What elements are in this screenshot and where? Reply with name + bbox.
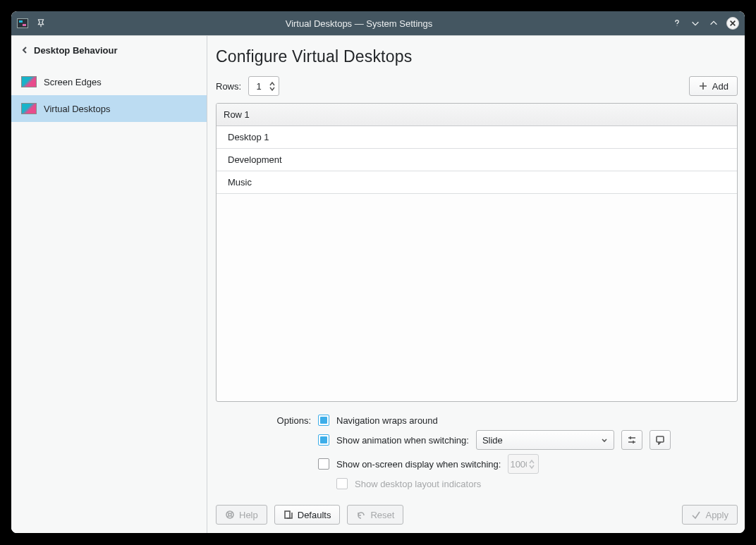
sidebar-item-screen-edges[interactable]: Screen Edges (11, 68, 207, 95)
sidebar-back-label: Desktop Behaviour (34, 45, 117, 56)
window: Virtual Desktops — System Settings Deskt… (11, 11, 745, 533)
sidebar-back-button[interactable]: Desktop Behaviour (11, 36, 207, 64)
chevron-down-icon[interactable] (690, 18, 701, 29)
help-lifebuoy-icon (225, 510, 235, 520)
sidebar-item-label: Screen Edges (44, 77, 102, 87)
show-osd-label: Show on-screen display when switching: (336, 459, 501, 470)
apply-button[interactable]: Apply (682, 505, 738, 525)
rows-value[interactable] (249, 81, 269, 92)
desktops-table: Row 1 Desktop 1 Development Music (216, 103, 738, 402)
table-row[interactable]: Music (217, 171, 737, 194)
sidebar-item-label: Virtual Desktops (44, 104, 110, 114)
osd-duration-spinbox (508, 454, 539, 474)
spin-arrows (528, 460, 538, 469)
rows-toolbar: Rows: Add (216, 76, 738, 96)
help-button[interactable]: Help (216, 505, 267, 525)
window-body: Desktop Behaviour Screen Edges Virtual D… (11, 35, 745, 533)
pin-icon[interactable] (35, 18, 47, 29)
footer: Help Defaults Reset (216, 505, 738, 525)
defaults-icon (284, 510, 293, 520)
table-header: Row 1 (217, 104, 737, 126)
help-button-label: Help (239, 510, 258, 520)
animation-select-value: Slide (482, 435, 503, 446)
close-button[interactable] (726, 17, 739, 30)
chevron-up-icon[interactable] (708, 18, 719, 29)
page-title: Configure Virtual Desktops (216, 43, 738, 76)
table-row[interactable]: Desktop 1 (217, 126, 737, 149)
check-icon (691, 510, 701, 520)
screen-edges-icon (21, 76, 37, 87)
svg-rect-0 (657, 436, 664, 442)
table-row[interactable]: Development (217, 149, 737, 171)
animation-select[interactable]: Slide (476, 430, 614, 450)
rows-spinbox[interactable] (248, 76, 279, 96)
titlebar: Virtual Desktops — System Settings (11, 11, 745, 35)
add-button-label: Add (712, 81, 728, 92)
app-icon (17, 18, 28, 29)
svg-point-2 (228, 513, 231, 516)
checkbox-show-animation[interactable] (318, 434, 329, 446)
sidebar-list: Screen Edges Virtual Desktops (11, 64, 207, 122)
svg-rect-3 (285, 511, 290, 518)
add-button[interactable]: Add (689, 76, 738, 96)
defaults-button[interactable]: Defaults (274, 505, 341, 525)
content: Configure Virtual Desktops Rows: Add (207, 36, 745, 533)
osd-duration-value (508, 459, 528, 470)
rows-label: Rows: (216, 81, 241, 92)
help-icon[interactable] (671, 18, 683, 29)
layout-indicators-label: Show desktop layout indicators (355, 479, 481, 489)
checkbox-layout-indicators (336, 478, 348, 489)
nav-wraps-label: Navigation wraps around (336, 415, 438, 426)
animation-info-button[interactable] (650, 430, 671, 450)
sidebar-item-virtual-desktops[interactable]: Virtual Desktops (11, 95, 207, 122)
window-title: Virtual Desktops — System Settings (47, 18, 671, 29)
virtual-desktops-icon (21, 103, 37, 114)
undo-icon (356, 510, 366, 520)
spin-arrows[interactable] (269, 82, 279, 91)
defaults-button-label: Defaults (298, 510, 331, 520)
apply-button-label: Apply (705, 510, 728, 520)
animation-configure-button[interactable] (621, 430, 642, 450)
checkbox-nav-wraps[interactable] (318, 415, 329, 426)
show-animation-label: Show animation when switching: (336, 435, 469, 446)
sidebar: Desktop Behaviour Screen Edges Virtual D… (11, 36, 207, 533)
reset-button-label: Reset (370, 510, 394, 520)
plus-icon (698, 81, 708, 91)
options-panel: Options: Navigation wraps around . Show … (216, 410, 738, 494)
options-label: Options: (216, 415, 311, 426)
reset-button[interactable]: Reset (347, 505, 403, 525)
checkbox-show-osd[interactable] (318, 458, 329, 470)
